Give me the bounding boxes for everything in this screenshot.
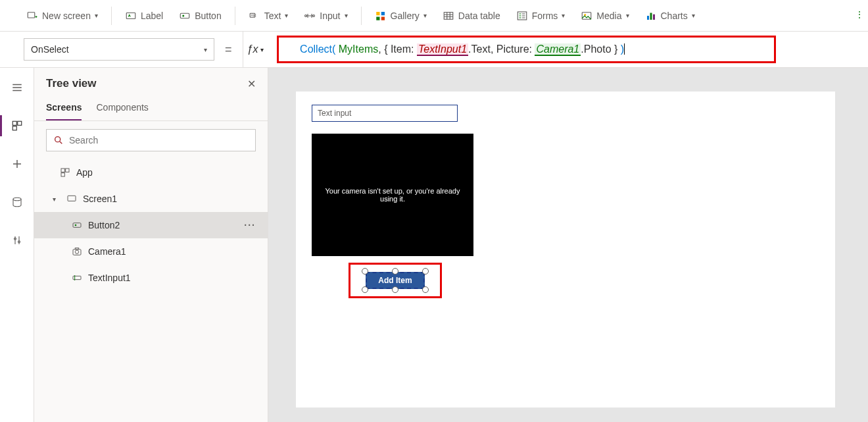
canvas-area: Text input Your camera isn't set up, or … [268,68,868,422]
rail-tree-view[interactable] [4,113,30,139]
insert-forms-menu[interactable]: Forms ▾ [510,6,572,26]
resize-handle[interactable] [392,268,398,275]
svg-rect-30 [73,223,81,228]
svg-rect-12 [444,12,453,19]
forms-label: Forms [532,11,558,21]
close-icon[interactable]: ✕ [247,78,256,90]
new-screen-icon [26,10,38,22]
svg-rect-11 [381,16,384,20]
rail-hamburger[interactable] [4,74,30,101]
svg-point-25 [55,137,60,142]
data-table-icon [443,10,454,22]
fx-icon: ƒx [247,43,258,55]
svg-rect-20 [12,126,16,130]
more-icon[interactable]: ··· [244,220,256,230]
chevron-down-icon: ▾ [562,12,565,19]
svg-rect-21 [17,121,21,125]
svg-rect-17 [650,13,652,20]
chevron-down-icon: ▾ [260,46,264,53]
canvas-text-input[interactable]: Text input [312,105,458,122]
search-icon [53,135,64,145]
resize-handle[interactable] [392,286,398,293]
insert-input-menu[interactable]: Input ▾ [297,6,354,26]
tab-screens[interactable]: Screens [46,98,82,120]
resize-handle[interactable] [422,268,429,275]
separator [111,7,112,25]
screen-icon [66,193,78,205]
insert-data-table[interactable]: Data table [436,6,507,26]
formula-text: Collect( MyItems, { Item: TextInput1.Tex… [274,32,625,67]
svg-rect-26 [61,169,64,172]
svg-point-33 [75,250,78,253]
tree-item-button2[interactable]: Button2 ··· [34,212,268,238]
ribbon-toolbar: New screen ▾ Label Button Abc Text ▾ Inp… [0,0,868,32]
resize-handle[interactable] [362,286,368,293]
svg-rect-27 [66,169,69,172]
separator [361,7,362,25]
formula-bar: OnSelect ▾ = ƒx ▾ Collect( MyItems, { It… [0,32,868,68]
svg-rect-35 [73,276,81,279]
screen-canvas[interactable]: Text input Your camera isn't set up, or … [296,92,835,408]
new-screen-label: New screen [42,11,91,21]
text-icon: Abc [249,10,260,22]
chevron-down-icon: ▾ [692,12,695,19]
resize-handle[interactable] [422,286,429,293]
camera-icon [71,246,83,257]
svg-rect-10 [376,16,379,20]
tree-item-textinput1[interactable]: TextInput1 [34,265,268,291]
chevron-down-icon[interactable]: ▾ [53,196,60,203]
tree-item-label: TextInput1 [88,273,131,283]
canvas-camera[interactable]: Your camera isn't set up, or you're alre… [312,134,473,256]
rail-insert[interactable] [4,151,30,177]
new-screen-menu[interactable]: New screen ▾ [20,6,105,26]
svg-rect-28 [61,173,64,176]
textinput-icon [71,272,83,284]
rail-advanced-tools[interactable] [4,227,30,253]
tree-item-screen1[interactable]: ▾ Screen1 [34,186,268,212]
search-input[interactable] [69,135,249,145]
tree-view-title: Tree view [46,77,97,90]
fx-button[interactable]: ƒx ▾ [243,32,268,67]
insert-label[interactable]: Label [118,6,170,26]
charts-label: Charts [661,11,688,21]
insert-media-menu[interactable]: Media ▾ [574,6,635,26]
insert-charts-menu[interactable]: Charts ▾ [639,6,702,26]
add-item-label: Add Item [378,276,412,285]
rail-data[interactable] [4,189,30,215]
insert-gallery-menu[interactable]: Gallery ▾ [368,6,433,26]
property-name: OnSelect [31,44,69,55]
selection-box[interactable]: Add Item [366,272,425,289]
tree-view-panel: Tree view ✕ Screens Components App ▾ Scr… [34,68,268,422]
text-input-placeholder: Text input [318,109,351,118]
chevron-down-icon: ▾ [95,12,98,19]
media-icon [581,10,592,22]
resize-handle[interactable] [362,268,368,275]
tree-item-camera1[interactable]: Camera1 [34,238,268,265]
insert-button[interactable]: Button [172,6,228,26]
chevron-down-icon: ▾ [204,46,207,53]
equals-sign: = [221,43,236,57]
chevron-down-icon: ▾ [345,12,348,19]
formula-input[interactable]: Collect( MyItems, { Item: TextInput1.Tex… [274,32,855,67]
svg-rect-8 [376,12,379,15]
charts-icon [645,10,657,22]
tree-list: App ▾ Screen1 Button2 ··· Camera1 TextIn… [34,159,268,422]
tree-item-app[interactable]: App [34,159,268,186]
gallery-label: Gallery [391,11,420,21]
svg-point-3 [182,14,184,16]
svg-rect-18 [653,14,655,19]
tree-tabs: Screens Components [34,95,268,121]
svg-rect-1 [126,13,135,18]
tab-components[interactable]: Components [96,98,148,120]
property-selector[interactable]: OnSelect ▾ [24,38,214,61]
svg-rect-19 [12,121,16,125]
gallery-icon [375,10,387,22]
label-text: Label [141,11,163,21]
media-label: Media [596,11,621,21]
tree-search[interactable] [46,129,256,151]
ribbon-overflow-icon[interactable]: ⋮ [855,9,864,20]
button-text: Button [195,11,221,21]
insert-text-menu[interactable]: Abc Text ▾ [242,6,295,26]
svg-text:Abc: Abc [251,13,256,16]
button-icon [179,10,191,22]
